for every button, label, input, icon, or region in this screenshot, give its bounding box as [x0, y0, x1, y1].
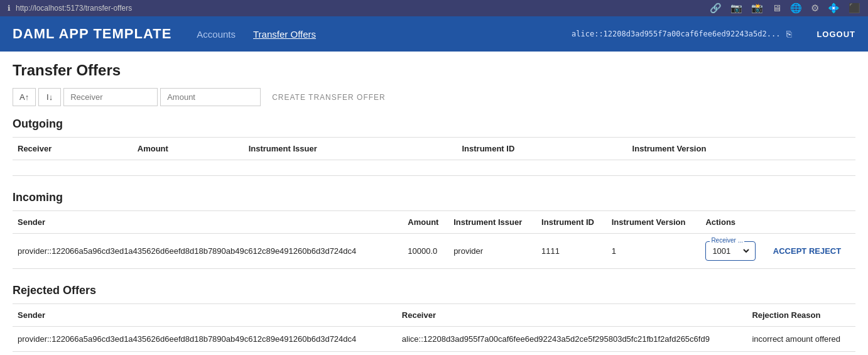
page-title: Transfer Offers: [13, 62, 855, 79]
url-bar: http://localhost:5173/transfer-offers: [16, 4, 132, 13]
toolbar: A↑ I↓ CREATE TRANSFER OFFER: [13, 88, 855, 106]
globe-icon: 🌐: [790, 3, 802, 14]
outgoing-col-instrument-id: Instrument ID: [457, 138, 627, 160]
rejected-reason: incorrect amount offered: [747, 327, 855, 352]
incoming-action-buttons: ACCEPT REJECT: [768, 234, 855, 269]
outgoing-table: Receiver Amount Instrument Issuer Instru…: [13, 137, 855, 176]
navbar: DAML APP TEMPLATE Accounts Transfer Offe…: [0, 16, 868, 52]
layout-icon: ⬛: [849, 3, 860, 14]
outgoing-section-title: Outgoing: [13, 117, 855, 131]
incoming-sender: provider::122066a5a96cd3ed1a435626d6eefd…: [13, 234, 403, 269]
rejected-receiver: alice::12208d3ad955f7a00caf6fee6ed92243a…: [397, 327, 747, 352]
camera-icon: 📷: [730, 3, 742, 14]
link-icon: 🔗: [710, 3, 722, 14]
account-select-wrapper: Receiver ... 1001: [705, 241, 756, 261]
accept-button[interactable]: ACCEPT: [773, 246, 806, 256]
copy-icon[interactable]: ⎘: [786, 29, 791, 39]
info-icon: ℹ: [8, 4, 11, 13]
outgoing-col-instrument-issuer: Instrument Issuer: [244, 138, 457, 160]
account-select-label: Receiver ...: [710, 237, 744, 244]
browser-bar: ℹ http://localhost:5173/transfer-offers …: [0, 0, 868, 16]
rejected-sender: provider::122066a5a96cd3ed1a435626d6eefd…: [13, 327, 397, 352]
incoming-actions-cell: Receiver ... 1001: [700, 234, 768, 269]
rejected-table: Sender Receiver Rejection Reason provide…: [13, 303, 855, 352]
browser-bar-icons: 🔗 📷 📸 🖥 🌐 ⚙ 💠 ⬛: [710, 3, 860, 14]
page-content: Transfer Offers A↑ I↓ CREATE TRANSFER OF…: [0, 52, 868, 355]
incoming-col-amount: Amount: [403, 211, 448, 234]
rejected-section-title: Rejected Offers: [13, 284, 855, 297]
outgoing-col-receiver: Receiver: [13, 138, 133, 160]
outgoing-col-amount: Amount: [133, 138, 244, 160]
rejected-col-reason: Rejection Reason: [747, 304, 855, 327]
incoming-table: Sender Amount Instrument Issuer Instrume…: [13, 210, 855, 269]
outgoing-col-instrument-version: Instrument Version: [627, 138, 855, 160]
navbar-links: Accounts Transfer Offers: [197, 29, 316, 40]
receiver-input[interactable]: [63, 88, 158, 106]
amount-input[interactable]: [160, 88, 261, 106]
incoming-col-actions-extra: [768, 211, 855, 234]
incoming-col-instrument-version: Instrument Version: [607, 211, 701, 234]
rejected-col-receiver: Receiver: [397, 304, 747, 327]
incoming-instrument-issuer: provider: [448, 234, 536, 269]
account-select[interactable]: 1001: [710, 244, 751, 258]
rejected-col-sender: Sender: [13, 304, 397, 327]
incoming-row: provider::122066a5a96cd3ed1a435626d6eefd…: [13, 234, 855, 269]
incoming-section-title: Incoming: [13, 191, 855, 204]
nav-link-transfer-offers[interactable]: Transfer Offers: [253, 29, 316, 40]
incoming-col-instrument-id: Instrument ID: [536, 211, 607, 234]
incoming-amount: 10000.0: [403, 234, 448, 269]
user-id: alice::12208d3ad955f7a00caf6fee6ed92243a…: [572, 30, 780, 38]
navbar-user: alice::12208d3ad955f7a00caf6fee6ed92243a…: [572, 29, 855, 39]
sort-asc-button[interactable]: A↑: [13, 88, 36, 106]
logout-button[interactable]: LOGOUT: [816, 30, 855, 39]
outgoing-empty-row: [13, 160, 855, 176]
nav-link-accounts[interactable]: Accounts: [197, 29, 236, 40]
screenshot-icon: 📸: [751, 3, 763, 14]
incoming-instrument-id: 1111: [536, 234, 607, 269]
incoming-col-actions: Actions: [700, 211, 768, 234]
incoming-instrument-version: 1: [607, 234, 701, 269]
create-transfer-offer-button[interactable]: CREATE TRANSFER OFFER: [263, 89, 394, 106]
sort-desc-button[interactable]: I↓: [38, 88, 61, 106]
navbar-brand: DAML APP TEMPLATE: [13, 26, 171, 42]
incoming-col-sender: Sender: [13, 211, 403, 234]
monitor-icon: 🖥: [772, 3, 781, 14]
rejected-row: provider::122066a5a96cd3ed1a435626d6eefd…: [13, 327, 855, 352]
incoming-col-instrument-issuer: Instrument Issuer: [448, 211, 536, 234]
diamond-icon: 💠: [828, 3, 840, 14]
reject-button[interactable]: REJECT: [809, 246, 841, 256]
gear-icon: ⚙: [811, 3, 819, 14]
